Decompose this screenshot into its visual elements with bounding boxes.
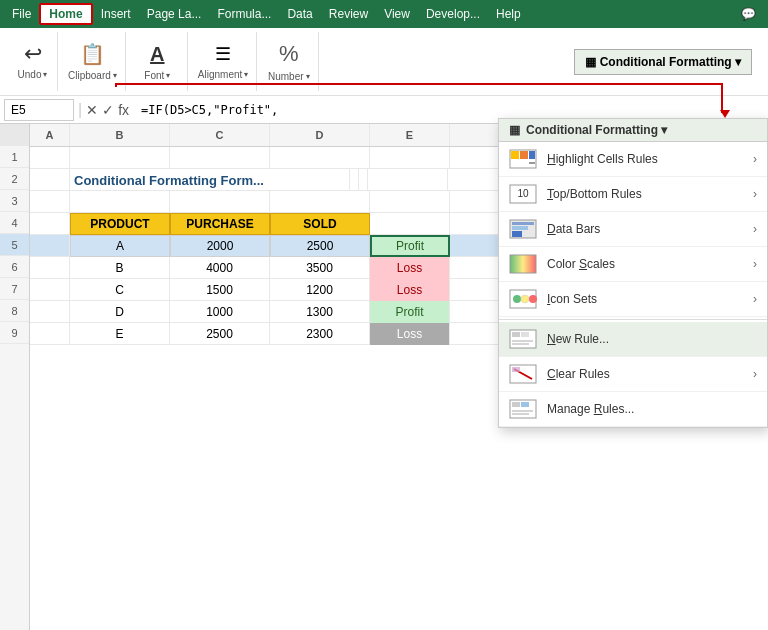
- colorscales-arrow: ›: [753, 257, 757, 271]
- menu-review[interactable]: Review: [321, 5, 376, 23]
- cell-b5[interactable]: A: [70, 235, 170, 257]
- cancel-formula-icon[interactable]: ✕: [86, 102, 98, 118]
- cell-a6[interactable]: [30, 257, 70, 279]
- cell-b3[interactable]: [70, 191, 170, 213]
- cell-b4[interactable]: PRODUCT: [70, 213, 170, 235]
- row-num-4: 4: [0, 212, 29, 234]
- cell-d2[interactable]: [359, 169, 368, 191]
- cell-a4[interactable]: [30, 213, 70, 235]
- svg-point-15: [529, 295, 537, 303]
- cell-b2[interactable]: Conditional Formatting Form...: [70, 169, 350, 191]
- undo-icon: ↩: [24, 43, 42, 65]
- iconsets-label: Icon Sets: [547, 292, 743, 306]
- cell-reference-input[interactable]: [4, 99, 74, 121]
- cell-d8[interactable]: 1300: [270, 301, 370, 323]
- cell-e9[interactable]: Loss: [370, 323, 450, 345]
- menu-home[interactable]: Home: [39, 3, 92, 25]
- menu-view[interactable]: View: [376, 5, 418, 23]
- cell-d3[interactable]: [270, 191, 370, 213]
- cell-c8[interactable]: 1000: [170, 301, 270, 323]
- cell-d4[interactable]: SOLD: [270, 213, 370, 235]
- cell-e7[interactable]: Loss: [370, 279, 450, 301]
- cell-d1[interactable]: [270, 147, 370, 169]
- cell-b8[interactable]: D: [70, 301, 170, 323]
- newrule-icon: [509, 328, 537, 350]
- cell-b7[interactable]: C: [70, 279, 170, 301]
- undo-group[interactable]: ↩ Undo ▾: [8, 32, 58, 91]
- number-label: Number ▾: [268, 71, 310, 82]
- cell-e6[interactable]: Loss: [370, 257, 450, 279]
- cell-c7[interactable]: 1500: [170, 279, 270, 301]
- cf-header-label: Conditional Formatting ▾: [526, 123, 667, 137]
- cell-c9[interactable]: 2500: [170, 323, 270, 345]
- cell-c2[interactable]: [350, 169, 359, 191]
- dropdown-item-managerules[interactable]: Manage Rules...: [499, 392, 767, 427]
- cell-b6[interactable]: B: [70, 257, 170, 279]
- cell-a1[interactable]: [30, 147, 70, 169]
- menu-data[interactable]: Data: [279, 5, 320, 23]
- insert-function-icon[interactable]: fx: [118, 102, 129, 118]
- cell-c3[interactable]: [170, 191, 270, 213]
- cell-c4[interactable]: PURCHASE: [170, 213, 270, 235]
- dropdown-item-highlight[interactable]: Highlight Cells Rules ›: [499, 142, 767, 177]
- formula-bar-divider: |: [78, 101, 82, 119]
- cell-a5[interactable]: [30, 235, 70, 257]
- dropdown-item-databars[interactable]: Data Bars ›: [499, 212, 767, 247]
- cell-d6[interactable]: 3500: [270, 257, 370, 279]
- menu-developer[interactable]: Develop...: [418, 5, 488, 23]
- dropdown-item-newrule[interactable]: New Rule...: [499, 322, 767, 357]
- menu-help[interactable]: Help: [488, 5, 529, 23]
- cell-e5[interactable]: Profit: [370, 235, 450, 257]
- menu-file[interactable]: File: [4, 5, 39, 23]
- number-arrow: ▾: [306, 72, 310, 81]
- svg-rect-18: [521, 332, 529, 337]
- cf-header-icon: ▦: [509, 123, 520, 137]
- chat-icon[interactable]: 💬: [733, 5, 764, 23]
- svg-rect-26: [521, 402, 529, 407]
- cell-c6[interactable]: 4000: [170, 257, 270, 279]
- cell-e3[interactable]: [370, 191, 450, 213]
- font-arrow: ▾: [166, 71, 170, 80]
- menu-formulas[interactable]: Formula...: [209, 5, 279, 23]
- cell-c1[interactable]: [170, 147, 270, 169]
- databars-icon: [509, 218, 537, 240]
- menu-pagelayout[interactable]: Page La...: [139, 5, 210, 23]
- menu-insert[interactable]: Insert: [93, 5, 139, 23]
- cell-a9[interactable]: [30, 323, 70, 345]
- cell-a2[interactable]: [30, 169, 70, 191]
- svg-rect-10: [512, 222, 534, 225]
- colorscales-icon: [509, 253, 537, 275]
- cell-d7[interactable]: 1200: [270, 279, 370, 301]
- dropdown-divider: [499, 319, 767, 320]
- row-num-1: 1: [0, 146, 29, 168]
- cell-d5[interactable]: 2500: [270, 235, 370, 257]
- alignment-label: Alignment ▾: [198, 69, 248, 80]
- cell-d9[interactable]: 2300: [270, 323, 370, 345]
- cell-a8[interactable]: [30, 301, 70, 323]
- cell-b1[interactable]: [70, 147, 170, 169]
- conditional-formatting-button[interactable]: ▦ Conditional Formatting ▾: [574, 49, 752, 75]
- font-icon: A: [150, 43, 164, 66]
- dropdown-item-topbottom[interactable]: 10 Top/Bottom Rules ›: [499, 177, 767, 212]
- alignment-arrow: ▾: [244, 70, 248, 79]
- topbottom-label: Top/Bottom Rules: [547, 187, 743, 201]
- cell-a3[interactable]: [30, 191, 70, 213]
- col-header-e: E: [370, 124, 450, 146]
- highlight-icon: [509, 148, 537, 170]
- dropdown-item-colorscales[interactable]: Color Scales ›: [499, 247, 767, 282]
- iconsets-arrow: ›: [753, 292, 757, 306]
- cell-c5[interactable]: 2000: [170, 235, 270, 257]
- formula-input[interactable]: [137, 101, 764, 119]
- dropdown-item-clearrules[interactable]: Clear Rules ›: [499, 357, 767, 392]
- cell-e8[interactable]: Profit: [370, 301, 450, 323]
- row-num-3: 3: [0, 190, 29, 212]
- clipboard-label: Clipboard ▾: [68, 70, 117, 81]
- cell-e2[interactable]: [368, 169, 448, 191]
- cell-e4[interactable]: [370, 213, 450, 235]
- cell-e1[interactable]: [370, 147, 450, 169]
- confirm-formula-icon[interactable]: ✓: [102, 102, 114, 118]
- cell-a7[interactable]: [30, 279, 70, 301]
- dropdown-item-iconsets[interactable]: Icon Sets ›: [499, 282, 767, 317]
- clipboard-icon: 📋: [80, 42, 105, 66]
- cell-b9[interactable]: E: [70, 323, 170, 345]
